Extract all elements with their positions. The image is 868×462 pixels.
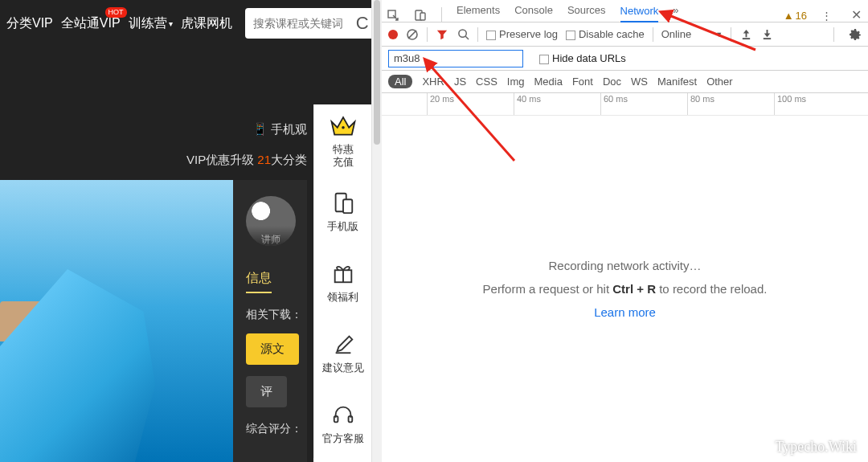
avatar-tag-label: 讲师 (246, 233, 296, 246)
empty-sub-a: Perform a request or hit (483, 282, 613, 296)
watermark: Typecho.Wiki (776, 439, 858, 456)
timeline-tick: 40 ms (514, 93, 541, 115)
rail-mobile-label: 手机版 (327, 220, 358, 233)
type-other[interactable]: Other (706, 76, 733, 88)
throttling-dropdown[interactable]: Online ▼ (661, 28, 723, 40)
rail-support[interactable]: 官方客服 (313, 387, 371, 458)
svg-rect-2 (343, 199, 352, 213)
headset-icon (329, 400, 358, 429)
tab-sources[interactable]: Sources (567, 0, 606, 22)
preserve-log-checkbox[interactable]: Preserve log (486, 28, 558, 40)
download-icon[interactable] (760, 28, 773, 41)
page-scrollbar[interactable] (372, 0, 382, 462)
throttling-value: Online (661, 28, 692, 40)
type-img[interactable]: Img (507, 76, 525, 88)
vip-promo-count: 21 (257, 153, 271, 166)
type-manifest[interactable]: Manifest (657, 76, 697, 88)
warning-count-value: 16 (796, 10, 807, 22)
scrollbar-thumb[interactable] (374, 0, 380, 145)
network-toolbar: Preserve log Disable cache Online ▼ (382, 22, 868, 47)
nav-training[interactable]: 训练营 ▾ (129, 15, 173, 32)
warning-icon: ▲ (784, 10, 794, 22)
disable-cache-label: Disable cache (579, 28, 645, 40)
type-media[interactable]: Media (534, 76, 562, 88)
type-font[interactable]: Font (572, 76, 593, 88)
left-app-panel: 分类VIP 全站通VIP HOT 训练营 ▾ 虎课网机 C 📱 手机观 VIP优… (0, 0, 371, 462)
tab-console[interactable]: Console (514, 0, 553, 22)
learn-more-link[interactable]: Learn more (594, 305, 656, 319)
course-info-column: 讲师 信息 相关下载： 源文 评 综合评分： (233, 180, 307, 462)
warning-count[interactable]: ▲ 16 (784, 10, 807, 22)
kebab-menu-icon[interactable]: ⋮ (821, 10, 832, 22)
overall-rating-label: 综合评分： (246, 422, 307, 436)
nav-brand[interactable]: 虎课网机 (181, 15, 232, 32)
source-file-button[interactable]: 源文 (246, 333, 299, 365)
type-xhr[interactable]: XHR (422, 76, 444, 88)
divider (833, 27, 834, 42)
network-filter-row: Hide data URLs (382, 47, 868, 71)
type-doc[interactable]: Doc (603, 76, 621, 88)
gift-icon (329, 259, 358, 288)
preserve-log-label: Preserve log (499, 28, 558, 40)
vip-promo-a: VIP优惠升级 (186, 153, 257, 166)
gear-icon[interactable] (849, 28, 862, 41)
vip-promo-c: 大分类 (271, 153, 307, 166)
tab-network[interactable]: Network (620, 0, 659, 22)
divider (731, 27, 731, 42)
info-tab[interactable]: 信息 (246, 270, 272, 293)
nav-site-vip[interactable]: 全站通VIP HOT (61, 15, 121, 32)
divider (427, 27, 428, 42)
type-ws[interactable]: WS (631, 76, 648, 88)
divider (477, 27, 478, 42)
crown-icon (329, 111, 358, 140)
type-all[interactable]: All (388, 75, 412, 88)
clear-icon[interactable] (406, 28, 419, 41)
tab-elements[interactable]: Elements (457, 0, 500, 22)
network-timeline[interactable]: 20 ms 40 ms 60 ms 80 ms 100 ms (382, 93, 868, 116)
chevron-down-icon: ▾ (169, 19, 173, 28)
divider (441, 7, 442, 22)
inspect-icon[interactable] (387, 9, 399, 22)
nav-category-vip[interactable]: 分类VIP (6, 15, 53, 32)
rail-feedback-label: 建议意见 (322, 362, 364, 374)
hide-data-urls-label: Hide data URLs (552, 52, 626, 64)
review-button[interactable]: 评 (246, 376, 287, 407)
mobile-icon (329, 188, 358, 217)
hide-data-urls-checkbox[interactable]: Hide data URLs (539, 52, 626, 64)
avatar[interactable]: 讲师 (246, 196, 296, 246)
mobile-watch-label: 📱 手机观 (0, 122, 307, 137)
devtools-inner: Elements Console Sources Network » ▲ 16 … (382, 0, 868, 462)
rail-gift-label: 领福利 (327, 291, 358, 304)
close-icon[interactable]: ✕ (851, 9, 862, 22)
svg-rect-15 (742, 38, 749, 39)
rail-gift[interactable]: 领福利 (313, 246, 371, 317)
rail-topup-label-a: 特惠 (333, 143, 354, 156)
svg-line-14 (465, 36, 469, 39)
device-toggle-icon[interactable] (414, 9, 427, 22)
feedback-icon (329, 329, 358, 358)
nav-training-label: 训练营 (129, 15, 167, 32)
rail-mobile[interactable]: 手机版 (313, 175, 371, 246)
tab-more[interactable]: » (673, 0, 678, 22)
search-icon[interactable]: C (351, 11, 374, 35)
upload-icon[interactable] (739, 28, 752, 41)
hot-badge: HOT (105, 7, 127, 18)
nav-site-vip-label: 全站通VIP (61, 15, 121, 32)
rail-feedback[interactable]: 建议意见 (313, 317, 371, 387)
svg-point-13 (458, 30, 465, 37)
disable-cache-checkbox[interactable]: Disable cache (566, 28, 645, 40)
rail-topup[interactable]: 特惠 充值 (313, 104, 371, 175)
search-icon[interactable] (457, 28, 469, 41)
iceberg-graphic (0, 269, 169, 462)
type-js[interactable]: JS (454, 76, 466, 88)
type-css[interactable]: CSS (476, 76, 497, 88)
filter-input[interactable] (388, 50, 523, 67)
devtools-tab-bar: Elements Console Sources Network » ▲ 16 … (382, 0, 868, 22)
side-rail: 特惠 充值 手机版 领福利 建议意见 官方客服 (313, 104, 371, 462)
filter-icon[interactable] (436, 28, 448, 41)
divider (653, 27, 653, 42)
empty-sub-c: to record the reload. (656, 282, 767, 296)
rail-support-label: 官方客服 (322, 432, 364, 445)
svg-rect-16 (763, 38, 770, 39)
record-button[interactable] (388, 30, 398, 39)
